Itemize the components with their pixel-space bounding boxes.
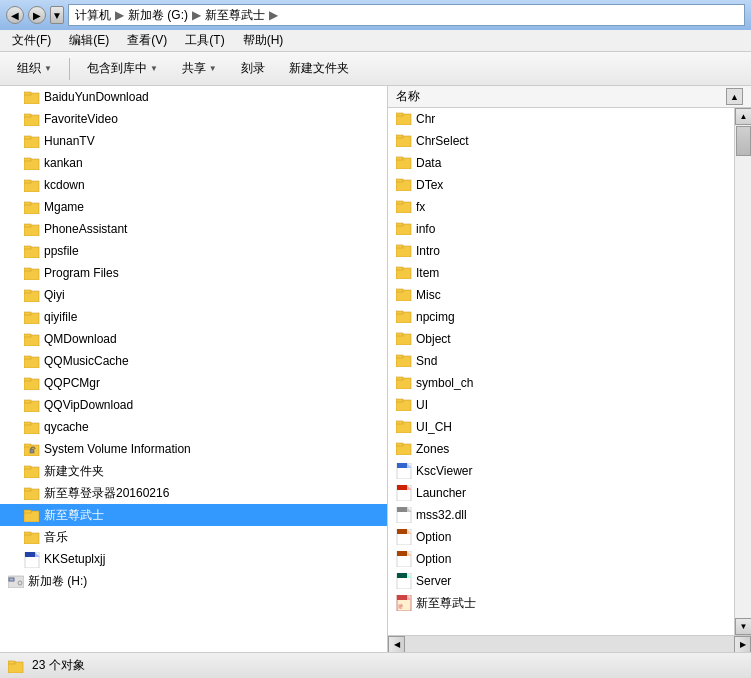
burn-button[interactable]: 刻录 xyxy=(232,56,274,81)
right-item-label: Chr xyxy=(416,112,435,126)
left-item-Mgame[interactable]: Mgame xyxy=(0,196,387,218)
svg-rect-7 xyxy=(24,158,31,161)
include-library-button[interactable]: 包含到库中 ▼ xyxy=(78,56,167,81)
menu-edit[interactable]: 编辑(E) xyxy=(61,30,117,51)
right-item[interactable]: Zones xyxy=(388,438,734,460)
right-item[interactable]: Option xyxy=(388,526,734,548)
address-bar[interactable]: 计算机 ▶ 新加卷 (G:) ▶ 新至尊武士 ▶ xyxy=(68,4,745,26)
left-item-新至尊登录器20160216[interactable]: 新至尊登录器20160216 xyxy=(0,482,387,504)
right-item[interactable]: KscViewer xyxy=(388,460,734,482)
right-item[interactable]: info xyxy=(388,218,734,240)
share-button[interactable]: 共享 ▼ xyxy=(173,56,226,81)
new-folder-button[interactable]: 新建文件夹 xyxy=(280,56,358,81)
svg-rect-5 xyxy=(24,136,31,139)
scroll-track[interactable] xyxy=(735,125,751,618)
right-item[interactable]: mss32.dll xyxy=(388,504,734,526)
left-item-FavoriteVideo[interactable]: FavoriteVideo xyxy=(0,108,387,130)
folder-icon xyxy=(24,398,40,412)
right-item[interactable]: Snd xyxy=(388,350,734,372)
scroll-thumb[interactable] xyxy=(736,126,751,156)
scroll-top-button[interactable]: ▲ xyxy=(726,88,743,105)
left-item-kcdown[interactable]: kcdown xyxy=(0,174,387,196)
folder-icon xyxy=(396,419,412,435)
dropdown-button[interactable]: ▼ xyxy=(50,6,64,24)
left-item-ppsfile[interactable]: ppsfile xyxy=(0,240,387,262)
right-item[interactable]: UI xyxy=(388,394,734,416)
organize-dropdown-icon: ▼ xyxy=(44,64,52,73)
scroll-down-button[interactable]: ▼ xyxy=(735,618,751,635)
folder-icon xyxy=(24,420,40,434)
right-item[interactable]: Data xyxy=(388,152,734,174)
menu-file[interactable]: 文件(F) xyxy=(4,30,59,51)
right-item-label: Option xyxy=(416,530,451,544)
right-item[interactable]: UI_CH xyxy=(388,416,734,438)
organize-button[interactable]: 组织 ▼ xyxy=(8,56,61,81)
share-label: 共享 xyxy=(182,60,206,77)
left-item-KKSetuplxjj[interactable]: KKSetuplxjj xyxy=(0,548,387,570)
include-dropdown-icon: ▼ xyxy=(150,64,158,73)
right-item[interactable]: npcimg xyxy=(388,306,734,328)
left-item-Qiyi[interactable]: Qiyi xyxy=(0,284,387,306)
right-item[interactable]: Chr xyxy=(388,108,734,130)
right-item[interactable]: symbol_ch xyxy=(388,372,734,394)
right-item[interactable]: Item xyxy=(388,262,734,284)
left-item-Program_Files[interactable]: Program Files xyxy=(0,262,387,284)
left-item-BaiduYunDownload[interactable]: BaiduYunDownload xyxy=(0,86,387,108)
back-button[interactable]: ◀ xyxy=(6,6,24,24)
toolbar-separator-1 xyxy=(69,58,70,80)
svg-rect-1 xyxy=(24,92,31,95)
hscroll-right-button[interactable]: ▶ xyxy=(734,636,751,653)
svg-rect-62 xyxy=(396,245,403,248)
left-item-kankan[interactable]: kankan xyxy=(0,152,387,174)
right-item[interactable]: DTex xyxy=(388,174,734,196)
scroll-up-button[interactable]: ▲ xyxy=(735,108,751,125)
burn-label: 刻录 xyxy=(241,60,265,77)
forward-button[interactable]: ▶ xyxy=(28,6,46,24)
left-item-qycache[interactable]: qycache xyxy=(0,416,387,438)
right-item[interactable]: Server xyxy=(388,570,734,592)
right-file-list[interactable]: Chr ChrSelect Data DTex fx info Intro It… xyxy=(388,108,734,635)
folder-icon xyxy=(396,243,412,259)
left-item-System_Volume_Information[interactable]: System Volume Information xyxy=(0,438,387,460)
right-item-label: KscViewer xyxy=(416,464,472,478)
left-item-QQPCMgr[interactable]: QQPCMgr xyxy=(0,372,387,394)
right-item[interactable]: fx xyxy=(388,196,734,218)
left-item-新建文件夹[interactable]: 新建文件夹 xyxy=(0,460,387,482)
left-file-list[interactable]: BaiduYunDownload FavoriteVideo HunanTV k… xyxy=(0,86,387,652)
left-item-QMDownload[interactable]: QMDownload xyxy=(0,328,387,350)
left-item-HunanTV[interactable]: HunanTV xyxy=(0,130,387,152)
right-item[interactable]: ChrSelect xyxy=(388,130,734,152)
svg-rect-44 xyxy=(25,552,35,557)
right-item[interactable]: Misc xyxy=(388,284,734,306)
left-item-PhoneAssistant[interactable]: PhoneAssistant xyxy=(0,218,387,240)
svg-rect-36 xyxy=(24,466,31,469)
right-scrollbar[interactable]: ▲ ▼ xyxy=(734,108,751,635)
left-item-QQVipDownload[interactable]: QQVipDownload xyxy=(0,394,387,416)
svg-rect-29 xyxy=(24,400,31,403)
menu-help[interactable]: 帮助(H) xyxy=(235,30,292,51)
right-item[interactable]: Intro xyxy=(388,240,734,262)
left-item-音乐[interactable]: 音乐 xyxy=(0,526,387,548)
hscroll-left-button[interactable]: ◀ xyxy=(388,636,405,653)
folder_lock-icon xyxy=(24,442,40,456)
right-panel-header: 名称 ▲ xyxy=(388,86,751,108)
right-item-label: UI xyxy=(416,398,428,412)
folder-icon xyxy=(24,464,40,478)
menu-tools[interactable]: 工具(T) xyxy=(177,30,232,51)
right-item[interactable]: Launcher xyxy=(388,482,734,504)
right-item[interactable]: Option xyxy=(388,548,734,570)
right-item-label: Item xyxy=(416,266,439,280)
svg-rect-23 xyxy=(24,334,31,337)
left-item-QQMusicCache[interactable]: QQMusicCache xyxy=(0,350,387,372)
left-item-新至尊武士[interactable]: 新至尊武士 xyxy=(0,504,387,526)
svg-rect-42 xyxy=(24,532,31,535)
svg-rect-97 xyxy=(397,573,407,578)
horizontal-scrollbar[interactable]: ◀ ▶ xyxy=(388,635,751,652)
left-item-label: QQVipDownload xyxy=(44,398,133,412)
include-label: 包含到库中 xyxy=(87,60,147,77)
left-item-qiyifile[interactable]: qiyifile xyxy=(0,306,387,328)
drive-item[interactable]: 新加卷 (H:) xyxy=(0,570,387,592)
right-item[interactable]: Object xyxy=(388,328,734,350)
menu-view[interactable]: 查看(V) xyxy=(119,30,175,51)
right-item[interactable]: 游 新至尊武士 xyxy=(388,592,734,614)
